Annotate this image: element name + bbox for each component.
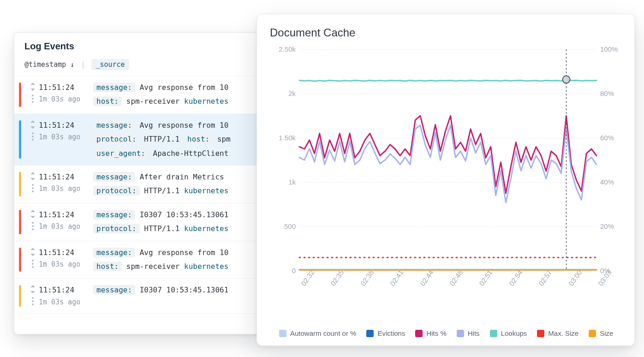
field-pill[interactable]: user_agent: [93,149,149,158]
legend-label: Evictions [377,329,405,337]
series-lookups [299,79,596,81]
row-gutter [27,119,39,161]
expand-toggle-icon[interactable] [30,83,36,91]
field-pill[interactable]: message: [93,248,135,257]
log-events-panel: Log Events @timestamp ↓ | _source 11:51:… [14,32,263,334]
log-row[interactable]: 11:51:241m 03s agomessage: After drain M… [14,166,262,203]
expand-toggle-icon[interactable] [30,210,36,218]
row-timestamp: 11:51:241m 03s ago [39,208,93,236]
severity-bar [19,172,21,196]
legend-item[interactable]: Max. Size [537,329,578,337]
kebab-menu-icon[interactable] [32,132,34,141]
row-gutter [27,246,39,274]
chart-svg [272,45,622,303]
row-gutter [27,170,39,198]
field-link[interactable]: kubernetes [184,97,228,106]
chart-title: Document Cache [270,26,624,39]
log-row[interactable]: 11:51:241m 03s agomessage: Avg response … [14,241,262,279]
log-events-column-header: @timestamp ↓ | _source [14,55,262,76]
source-column[interactable]: _source [91,59,129,70]
kebab-menu-icon[interactable] [32,184,34,192]
legend-swatch [457,330,464,337]
field-pill[interactable]: message: [93,172,135,182]
log-row[interactable]: 11:51:241m 03s agomessage: I0307 10:53:4… [14,203,262,241]
log-rows: 11:51:241m 03s agomessage: Avg response … [14,76,262,314]
legend-swatch [537,330,544,337]
chart-legend: Autowarm count or %EvictionsHits %HitsLo… [270,326,624,338]
legend-swatch [279,330,286,337]
log-events-title: Log Events [14,33,262,55]
field-pill[interactable]: host: [93,96,122,106]
series-hits- [299,116,596,193]
row-timestamp: 11:51:241m 03s ago [39,246,93,274]
row-timestamp: 11:51:241m 03s ago [39,81,93,109]
kebab-menu-icon[interactable] [32,260,34,268]
legend-item[interactable]: Hits [457,329,480,337]
kebab-menu-icon[interactable] [32,222,34,230]
row-body: message: After drain Metrics protocol: H… [93,170,256,198]
field-pill[interactable]: protocol: [93,134,140,144]
legend-item[interactable]: Lookups [490,329,527,337]
field-pill[interactable]: message: [93,285,135,295]
row-timestamp: 11:51:241m 03s ago [39,119,93,161]
chart-cursor-marker[interactable] [563,76,570,83]
sort-desc-icon: ↓ [70,60,74,69]
series-hits [299,125,596,202]
field-link[interactable]: kubernetes [184,186,228,195]
log-row[interactable]: 11:51:241m 03s agomessage: I0307 10:53:4… [14,279,262,314]
legend-label: Lookups [501,329,527,337]
row-gutter [27,283,39,309]
severity-bar [19,83,21,107]
row-timestamp: 11:51:241m 03s ago [39,283,93,309]
legend-swatch [366,330,374,337]
severity-bar [19,210,21,234]
timestamp-column[interactable]: @timestamp ↓ [24,60,74,69]
log-row[interactable]: 11:51:241m 03s agomessage: Avg response … [14,114,262,166]
legend-label: Autowarm count or % [290,329,356,337]
legend-label: Hits % [426,329,446,337]
column-separator: | [81,60,85,69]
severity-bar [19,120,21,159]
legend-swatch [589,330,596,337]
row-gutter [27,81,39,109]
chart-plot-area[interactable]: 00%50020%1k40%1.50k60%2k80%2.50k100%02:3… [272,45,622,324]
row-body: message: Avg response from 10host: spm-r… [93,81,256,109]
legend-label: Max. Size [548,329,578,337]
field-pill[interactable]: host: [184,134,213,144]
row-body: message: Avg response from 10protocol: H… [93,119,256,161]
field-pill[interactable]: message: [93,83,135,92]
legend-item[interactable]: Evictions [366,329,405,337]
row-gutter [27,208,39,236]
field-pill[interactable]: message: [93,210,135,220]
row-body: message: I0307 10:53:45.13061 [93,283,256,309]
field-link[interactable]: kubernetes [184,262,228,271]
legend-item[interactable]: Hits % [415,329,446,337]
expand-toggle-icon[interactable] [30,120,36,129]
log-row[interactable]: 11:51:241m 03s agomessage: Avg response … [14,76,262,114]
legend-item[interactable]: Autowarm count or % [279,329,356,337]
legend-label: Size [600,329,613,337]
legend-swatch [490,330,497,337]
kebab-menu-icon[interactable] [32,297,34,305]
expand-toggle-icon[interactable] [30,172,36,180]
severity-bar [19,285,21,307]
expand-toggle-icon[interactable] [30,285,36,293]
row-timestamp: 11:51:241m 03s ago [39,170,93,198]
severity-bar [19,248,21,272]
expand-toggle-icon[interactable] [30,248,36,256]
field-pill[interactable]: host: [93,262,122,271]
document-cache-panel: Document Cache 00%50020%1k40%1.50k60%2k8… [256,14,635,346]
legend-swatch [415,330,423,337]
kebab-menu-icon[interactable] [32,95,34,103]
legend-item[interactable]: Size [589,329,613,337]
field-pill[interactable]: message: [93,120,135,130]
field-pill[interactable]: protocol: [93,186,140,196]
field-pill[interactable]: protocol: [93,224,140,233]
legend-label: Hits [468,329,480,337]
field-link[interactable]: kubernetes [184,224,228,233]
row-body: message: I0307 10:53:45.13061protocol: H… [93,208,256,236]
row-body: message: Avg response from 10host: spm-r… [93,246,256,274]
